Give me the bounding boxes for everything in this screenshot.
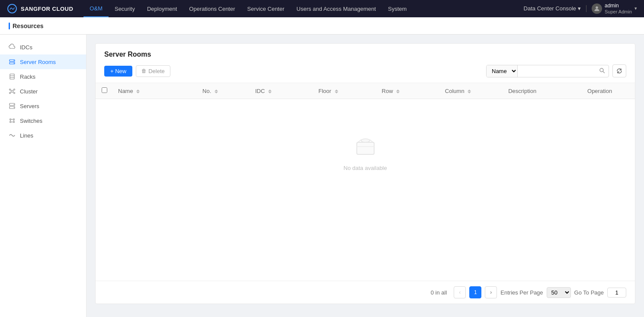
sort-name-icon — [136, 90, 140, 93]
svg-line-14 — [10, 90, 11, 91]
server-rooms-table: Name No. IDC — [96, 83, 635, 99]
console-selector[interactable]: Data Center Console ▾ — [524, 5, 581, 12]
col-header-no[interactable]: No. — [197, 83, 250, 99]
svg-point-34 — [361, 139, 370, 142]
sidebar-item-server-rooms[interactable]: Server Rooms — [0, 54, 86, 69]
search-button[interactable] — [596, 65, 609, 77]
page-title: Server Rooms — [104, 51, 626, 58]
sort-row-icon — [396, 90, 400, 93]
nav-menu: O&M Security Deployment Operations Cente… — [83, 0, 523, 17]
server-room-icon — [9, 58, 16, 65]
sort-floor-icon — [335, 90, 338, 93]
goto-label: Go To Page — [574, 289, 604, 296]
subheader: Resources — [0, 17, 644, 35]
col-header-operation: Operation — [582, 83, 635, 99]
toolbar-left: + New 🗑 Delete — [104, 65, 170, 77]
svg-point-5 — [13, 63, 14, 64]
sort-idc-icon — [268, 90, 272, 93]
top-navigation: SANGFOR CLOUD O&M Security Deployment Op… — [0, 0, 644, 17]
svg-line-31 — [603, 71, 605, 73]
delete-icon: 🗑 — [141, 68, 147, 74]
search-box: Name — [486, 65, 609, 77]
svg-point-25 — [13, 122, 15, 123]
content-area: Server Rooms + New 🗑 Delete Name — [87, 35, 644, 317]
user-menu[interactable]: admin Super Admin ▾ — [592, 3, 637, 15]
svg-point-22 — [10, 119, 11, 120]
brand-logo-icon — [7, 3, 17, 14]
nav-item-service-center[interactable]: Service Center — [241, 0, 291, 17]
nav-item-om[interactable]: O&M — [83, 0, 109, 17]
cluster-icon — [9, 88, 16, 95]
svg-point-23 — [13, 119, 15, 120]
no-data-text: No data available — [343, 165, 387, 171]
switches-icon — [9, 117, 16, 124]
col-header-row[interactable]: Row — [377, 83, 440, 99]
svg-line-16 — [10, 92, 11, 93]
resources-label: Resources — [9, 22, 44, 29]
svg-point-21 — [13, 107, 14, 108]
servers-icon — [9, 102, 16, 109]
svg-point-24 — [10, 122, 11, 123]
nav-item-system[interactable]: System — [382, 0, 413, 17]
next-page-button[interactable]: › — [485, 286, 497, 298]
sidebar-item-cluster[interactable]: Cluster — [0, 84, 86, 99]
col-header-description: Description — [503, 83, 582, 99]
svg-point-30 — [600, 68, 603, 72]
svg-line-15 — [13, 90, 14, 91]
content-card: Server Rooms + New 🗑 Delete Name — [95, 43, 635, 304]
nav-item-operations-center[interactable]: Operations Center — [183, 0, 241, 17]
svg-point-4 — [13, 60, 14, 61]
avatar — [592, 3, 602, 14]
user-chevron-icon: ▾ — [634, 6, 637, 11]
svg-line-17 — [13, 92, 14, 93]
sidebar-item-racks[interactable]: Racks — [0, 69, 86, 84]
main-layout: IDCs Server Rooms Racks Cluster Servers — [0, 35, 644, 317]
sort-no-icon — [215, 90, 218, 93]
delete-button[interactable]: 🗑 Delete — [136, 65, 170, 77]
nav-item-users-access[interactable]: Users and Access Management — [291, 0, 382, 17]
svg-rect-6 — [10, 74, 14, 79]
racks-icon — [9, 73, 16, 80]
refresh-button[interactable] — [612, 64, 626, 77]
topnav-right: Data Center Console ▾ admin Super Admin … — [524, 3, 637, 15]
sidebar-item-idcs[interactable]: IDCs — [0, 40, 86, 54]
select-all-checkbox[interactable] — [102, 87, 107, 93]
search-icon — [599, 67, 605, 74]
lines-icon — [9, 132, 16, 139]
col-header-floor[interactable]: Floor — [313, 83, 376, 99]
total-count: 0 in all — [431, 289, 447, 296]
toolbar-right: Name — [486, 64, 626, 77]
sidebar-item-servers[interactable]: Servers — [0, 99, 86, 113]
content-header: Server Rooms + New 🗑 Delete Name — [96, 44, 635, 83]
nav-item-deployment[interactable]: Deployment — [141, 0, 183, 17]
pagination-bar: 0 in all ‹ 1 › Entries Per Page 50100200… — [96, 281, 635, 304]
col-header-idc[interactable]: IDC — [250, 83, 313, 99]
empty-state: No data available — [96, 99, 635, 206]
search-field-select[interactable]: Name — [487, 65, 518, 77]
entries-label: Entries Per Page — [500, 289, 543, 296]
checkbox-header[interactable] — [96, 83, 113, 99]
brand-name: SANGFOR CLOUD — [21, 6, 73, 12]
col-header-name[interactable]: Name — [113, 83, 197, 99]
no-data-icon — [352, 134, 378, 160]
goto-page-input[interactable] — [607, 288, 626, 298]
nav-item-security[interactable]: Security — [109, 0, 141, 17]
new-button[interactable]: + New — [104, 66, 132, 77]
prev-page-button[interactable]: ‹ — [454, 286, 466, 298]
cloud-icon — [9, 44, 16, 51]
sidebar: IDCs Server Rooms Racks Cluster Servers — [0, 35, 87, 317]
user-text: admin Super Admin — [605, 3, 632, 15]
nav-divider — [586, 5, 586, 12]
search-input[interactable] — [518, 66, 596, 77]
col-header-column[interactable]: Column — [440, 83, 503, 99]
table-container: Name No. IDC — [96, 83, 635, 281]
entries-per-page-select[interactable]: 50100200 — [547, 287, 571, 298]
refresh-icon — [616, 68, 622, 74]
svg-point-20 — [13, 104, 14, 105]
page-1-button[interactable]: 1 — [469, 286, 481, 298]
sidebar-item-switches[interactable]: Switches — [0, 113, 86, 128]
brand: SANGFOR CLOUD — [7, 3, 73, 14]
sidebar-item-lines[interactable]: Lines — [0, 128, 86, 143]
svg-rect-32 — [357, 142, 374, 154]
toolbar: + New 🗑 Delete Name — [104, 64, 626, 77]
